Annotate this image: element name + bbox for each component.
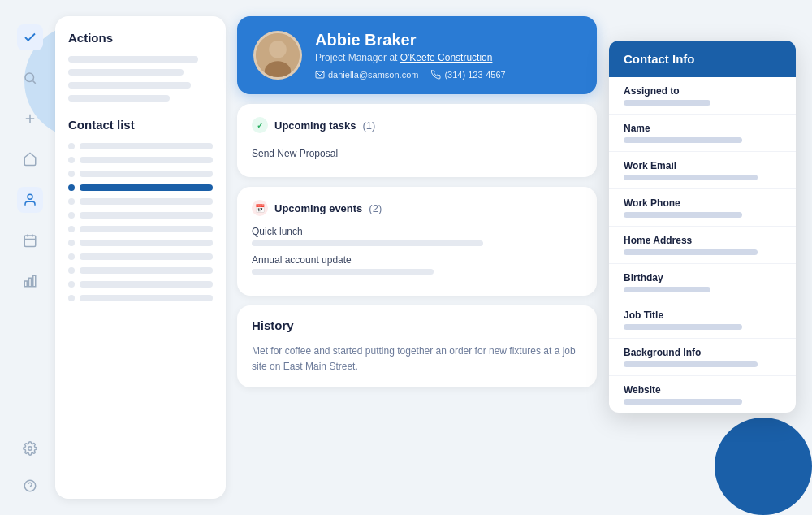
contact-info-value: [624, 361, 758, 367]
tasks-count: (1): [362, 119, 375, 132]
profile-title: Project Manager at O'Keefe Construction: [315, 52, 581, 63]
contact-info-home-address[interactable]: Home Address: [609, 227, 796, 264]
list-item[interactable]: [68, 171, 213, 177]
nav-icon-settings[interactable]: [17, 435, 43, 461]
left-panel: Actions Contact list: [55, 16, 226, 499]
contact-line: [80, 143, 213, 149]
contact-dot: [68, 267, 75, 274]
contact-line: [80, 157, 213, 163]
contact-line: [80, 198, 213, 205]
contact-dot: [68, 198, 75, 205]
actions-title: Actions: [68, 31, 213, 45]
events-icon: 📅: [252, 200, 268, 216]
nav-icon-calendar[interactable]: [17, 227, 43, 253]
contact-info-value: [624, 212, 742, 218]
list-item[interactable]: [68, 143, 213, 149]
event-item[interactable]: Annual account update: [252, 254, 582, 275]
action-skeleton-3: [68, 82, 191, 89]
nav-icon-chart[interactable]: [17, 268, 43, 294]
svg-rect-9: [24, 281, 27, 287]
contact-info-background-info[interactable]: Background Info: [609, 339, 796, 376]
contact-info-panel: Contact Info Assigned to Name Work Email…: [609, 41, 796, 413]
history-title: History: [252, 318, 582, 332]
contact-dot: [68, 171, 75, 177]
svg-line-1: [32, 80, 35, 83]
contact-info-work-email[interactable]: Work Email: [609, 152, 796, 189]
tasks-icon: ✓: [252, 117, 268, 133]
profile-phone: (314) 123-4567: [444, 70, 505, 80]
contact-dot: [68, 281, 75, 288]
list-item[interactable]: [68, 184, 213, 191]
contact-dot: [68, 143, 75, 149]
contact-list-section: Contact list: [68, 118, 213, 301]
event-skeleton: [252, 269, 434, 275]
nav-icon-check[interactable]: [17, 24, 43, 50]
contact-info-work-phone[interactable]: Work Phone: [609, 189, 796, 227]
email-contact: daniella@samson.com: [315, 70, 418, 80]
nav-icon-help[interactable]: [17, 473, 43, 499]
contact-line: [80, 281, 213, 288]
nav-icon-home[interactable]: [17, 146, 43, 172]
contact-dot: [68, 157, 75, 163]
action-skeleton-2: [68, 69, 184, 76]
svg-point-4: [28, 194, 32, 199]
profile-contacts: daniella@samson.com (314) 123-4567: [315, 70, 581, 80]
profile-email: daniella@samson.com: [328, 70, 418, 80]
contact-info-birthday[interactable]: Birthday: [609, 264, 796, 301]
contact-line: [80, 253, 213, 260]
nav-icon-add[interactable]: [17, 106, 43, 132]
contact-info-job-title[interactable]: Job Title: [609, 301, 796, 339]
list-item[interactable]: [68, 281, 213, 288]
svg-rect-5: [24, 236, 36, 247]
contact-info-assigned-to[interactable]: Assigned to: [609, 77, 796, 115]
history-text: Met for coffee and started putting toget…: [252, 344, 582, 374]
bg-circle-blue2: [715, 418, 812, 515]
event-item[interactable]: Quick lunch: [252, 226, 582, 246]
events-card: 📅 Upcoming events (2) Quick lunch Annual…: [237, 187, 597, 296]
list-item[interactable]: [68, 198, 213, 205]
company-link[interactable]: O'Keefe Construction: [400, 52, 493, 63]
contact-dot: [68, 253, 75, 260]
contact-info-header: Contact Info: [609, 41, 796, 77]
contact-dot: [68, 212, 75, 219]
list-item[interactable]: [68, 267, 213, 274]
contact-line: [80, 295, 213, 301]
phone-contact: (314) 123-4567: [431, 70, 505, 80]
list-item[interactable]: [68, 253, 213, 260]
contact-info-name[interactable]: Name: [609, 115, 796, 152]
contact-dot-active: [68, 184, 75, 191]
contact-info-value: [624, 137, 742, 143]
contact-info-value: [624, 100, 710, 106]
events-count: (2): [369, 202, 382, 214]
profile-card: Abbie Braker Project Manager at O'Keefe …: [237, 16, 597, 94]
main-content: Abbie Braker Project Manager at O'Keefe …: [237, 16, 597, 499]
contact-dot: [68, 226, 75, 232]
contact-list-title: Contact list: [68, 118, 213, 132]
contact-info-value: [624, 399, 742, 405]
contact-info-value: [624, 324, 742, 330]
event-skeleton: [252, 240, 483, 246]
list-item[interactable]: [68, 212, 213, 219]
avatar: [253, 31, 302, 80]
svg-rect-11: [33, 275, 36, 287]
svg-point-12: [28, 447, 32, 451]
nav-icon-contacts[interactable]: [17, 187, 43, 213]
contact-info-value: [624, 287, 710, 292]
contact-dot: [68, 240, 75, 246]
list-item[interactable]: [68, 157, 213, 163]
svg-point-0: [25, 73, 34, 82]
list-item[interactable]: [68, 295, 213, 301]
action-skeleton-1: [68, 56, 198, 63]
nav-icon-search[interactable]: [17, 65, 43, 91]
contact-line-active: [80, 184, 213, 191]
contact-line: [80, 212, 213, 219]
events-title: 📅 Upcoming events (2): [252, 200, 582, 216]
svg-point-16: [269, 41, 287, 58]
task-item[interactable]: Send New Proposal: [252, 143, 582, 164]
list-item[interactable]: [68, 240, 213, 246]
profile-name: Abbie Braker: [315, 31, 581, 50]
contact-info-value: [624, 249, 758, 255]
list-item[interactable]: [68, 226, 213, 232]
tasks-card: ✓ Upcoming tasks (1) Send New Proposal: [237, 104, 597, 177]
contact-info-website[interactable]: Website: [609, 376, 796, 413]
